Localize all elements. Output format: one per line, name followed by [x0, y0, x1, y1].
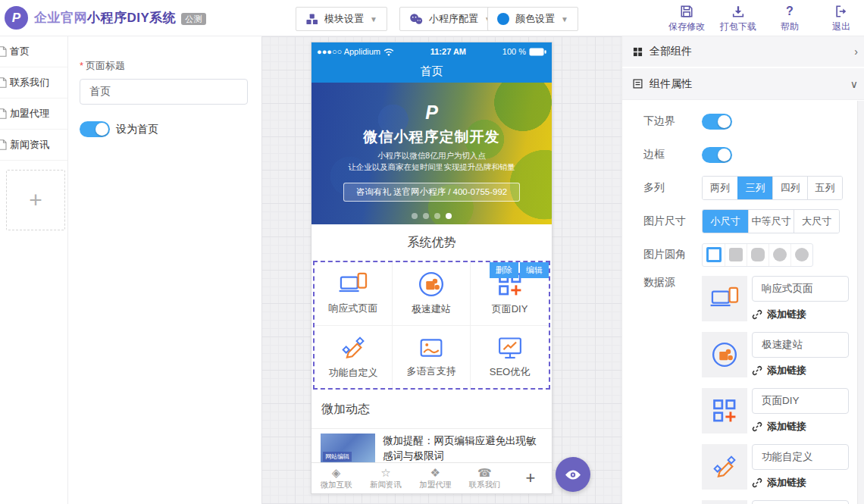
puzzle-icon [418, 271, 445, 298]
grid-item-fastbuild[interactable]: 极速建站 [393, 262, 471, 326]
pencil-icon [711, 453, 738, 481]
panel-scrollbar[interactable] [857, 101, 864, 504]
columns-segmented: 两列 三列 四列 五列 [702, 176, 843, 200]
border-toggle[interactable] [702, 147, 732, 163]
sidebar-item-contact[interactable]: 联系我们 [0, 67, 67, 99]
sidebar-item-agency[interactable]: 加盟代理 [0, 99, 67, 130]
datasource-title-input[interactable] [752, 500, 849, 504]
preview-button[interactable] [556, 457, 590, 492]
tab-agency[interactable]: ❖ 加盟代理 [411, 467, 460, 490]
datasource-thumb[interactable] [702, 388, 747, 434]
page-title-input[interactable] [80, 79, 248, 105]
all-components-header[interactable]: 全部组件 › [622, 36, 864, 68]
columns-option-3-selected[interactable]: 三列 [737, 177, 772, 199]
page-item-label: 加盟代理 [10, 107, 49, 121]
phone-nav-title: 首页 [421, 64, 443, 79]
selected-component[interactable]: 删除 编辑 响应式页面 极速建站 页面DIY [313, 261, 550, 390]
module-settings-button[interactable]: 模块设置 ▼ [296, 7, 387, 31]
phone-nav-bar: 首页 [311, 61, 552, 83]
news-thumbnail: 网站编辑 [321, 434, 375, 463]
tab-contact[interactable]: ☎ 联系我们 [460, 467, 509, 490]
edit-component-button[interactable]: 编辑 [520, 262, 549, 278]
add-link-button[interactable]: 添加链接 [752, 476, 849, 490]
add-page-button[interactable]: + [6, 170, 65, 230]
properties-panel: 全部组件 › 组件属性 ∨ 下边界 边框 多列 两列 三列 四列 [621, 36, 864, 504]
radius-option-none-selected[interactable] [703, 244, 725, 266]
banner-cta-button[interactable]: 咨询有礼 送官网小程序 / 400-0755-992 [343, 183, 520, 202]
datasource-title-input[interactable] [752, 276, 849, 302]
sidebar-item-news[interactable]: 新闻资讯 [0, 130, 67, 161]
size-option-large[interactable]: 大尺寸 [794, 210, 839, 233]
radius-option-2[interactable] [747, 244, 769, 266]
news-item[interactable]: 网站编辑 微加提醒：网页编辑应避免出现敏感词与极限词 [311, 429, 552, 463]
app-title: 企业官网小程序DIY系统公测 [34, 9, 206, 27]
radius-option-3[interactable] [769, 244, 790, 266]
grid-item-seo[interactable]: SEO优化 [471, 326, 549, 389]
grid-item-custom[interactable]: 功能自定义 [315, 326, 393, 389]
phone-tab-bar: ◈ 微加互联 ☆ 新闻资讯 ❖ 加盟代理 ☎ 联系我们 + [311, 462, 552, 493]
document-icon [0, 139, 7, 150]
beta-badge: 公测 [181, 13, 206, 25]
brand: P 企业官网小程序DIY系统公测 [5, 6, 206, 30]
columns-option-5[interactable]: 五列 [807, 177, 842, 199]
image-size-segmented: 小尺寸 中等尺寸 大尺寸 [702, 209, 840, 233]
exit-button[interactable]: 退出 [822, 4, 861, 33]
datasource-title-input[interactable] [752, 388, 849, 414]
grid-item-label: 页面DIY [492, 302, 528, 316]
size-option-medium[interactable]: 中等尺寸 [748, 210, 794, 233]
tab-news[interactable]: ☆ 新闻资讯 [361, 467, 410, 490]
columns-option-4[interactable]: 四列 [772, 177, 807, 199]
chevron-right-icon: › [854, 45, 858, 58]
datasource-label: 数据源 [643, 276, 702, 290]
save-icon [680, 4, 693, 18]
bottom-border-toggle[interactable] [702, 114, 732, 130]
columns-row: 多列 两列 三列 四列 五列 [643, 176, 864, 200]
carrier-text: ●●●○○ Applidium [317, 47, 380, 56]
image-size-row: 图片尺寸 小尺寸 中等尺寸 大尺寸 [643, 209, 864, 233]
save-button[interactable]: 保存修改 [667, 4, 706, 33]
banner-slide[interactable]: P 微信小程序定制开发 小程序以微信8亿用户为切入点 让企业以及商家在短时间里实… [311, 83, 552, 224]
tab-label: 加盟代理 [419, 480, 451, 490]
datasource-thumb[interactable] [702, 500, 747, 504]
add-link-button[interactable]: 添加链接 [752, 308, 849, 321]
carousel-dot[interactable] [412, 213, 418, 219]
add-link-button[interactable]: 添加链接 [752, 364, 849, 377]
datasource-title-input[interactable] [752, 332, 849, 358]
image-radius-label: 图片圆角 [643, 248, 702, 261]
datasource-thumb[interactable] [702, 332, 747, 377]
battery-text: 100 % [502, 47, 526, 56]
responsive-icon [710, 286, 739, 311]
datasource-item: 添加链接 [702, 388, 849, 434]
datasource-thumb[interactable] [702, 444, 747, 490]
carousel-dot[interactable] [423, 213, 429, 219]
radius-option-circle[interactable] [790, 244, 812, 266]
color-settings-button[interactable]: 颜色设置 ▼ [487, 7, 578, 31]
section-title-advantages: 系统优势 [311, 224, 552, 261]
datasource-thumb[interactable] [702, 276, 747, 321]
sidebar-item-home[interactable]: 首页 [0, 36, 67, 67]
grid-item-label: 多语言支持 [407, 365, 456, 378]
radius-option-1[interactable] [725, 244, 747, 266]
grid-item-responsive[interactable]: 响应式页面 [315, 262, 393, 326]
add-link-button[interactable]: 添加链接 [752, 420, 849, 434]
exit-icon [834, 4, 848, 18]
bottom-border-row: 下边界 [643, 109, 864, 133]
columns-option-2[interactable]: 两列 [703, 177, 737, 199]
grid-item-multilang[interactable]: 多语言支持 [393, 326, 471, 389]
tab-weijia[interactable]: ◈ 微加互联 [311, 467, 361, 490]
page-settings-panel: *页面标题 设为首页 [68, 36, 261, 504]
set-home-toggle[interactable] [80, 121, 110, 137]
size-option-small-selected[interactable]: 小尺寸 [703, 210, 748, 233]
image-size-label: 图片尺寸 [643, 214, 702, 228]
help-button[interactable]: ? 帮助 [770, 4, 809, 33]
miniprogram-config-button[interactable]: 小程序配置 ▼ [399, 7, 502, 31]
image-icon [418, 336, 445, 360]
datasource-title-input[interactable] [752, 444, 849, 470]
tab-label: 微加互联 [321, 480, 352, 490]
tab-add-button[interactable]: + [509, 468, 552, 488]
carousel-dot[interactable] [434, 213, 440, 219]
delete-component-button[interactable]: 删除 [490, 262, 518, 278]
component-props-header[interactable]: 组件属性 ∨ [622, 68, 864, 100]
download-button[interactable]: 打包下载 [718, 4, 758, 33]
carousel-dot-active[interactable] [446, 213, 452, 219]
